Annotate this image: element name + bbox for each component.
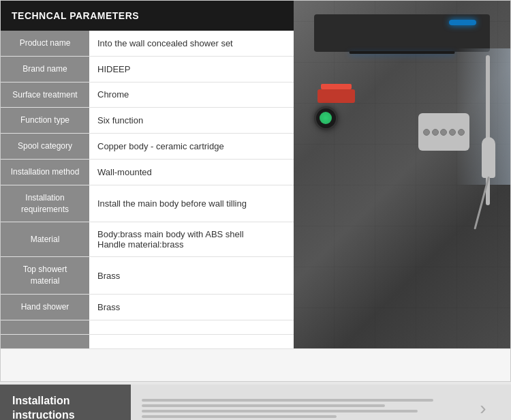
control-btn-4	[449, 129, 456, 136]
control-btn-1	[423, 129, 430, 136]
param-value: Brass	[89, 294, 294, 320]
table-row: Function typeSix function	[1, 108, 294, 134]
param-value: Body:brass main body with ABS shellHandl…	[89, 222, 294, 257]
params-table: Product nameInto the wall concealed show…	[1, 31, 294, 349]
touch-controller	[314, 106, 338, 130]
param-label	[1, 320, 89, 334]
install-content: ›	[131, 392, 511, 420]
table-row: Surface treatmentChrome	[1, 82, 294, 108]
install-lines	[142, 399, 466, 418]
table-title: TECHNCAL PARAMETERS	[12, 10, 139, 21]
param-value: Chrome	[89, 82, 294, 108]
shower-image	[294, 1, 510, 348]
param-value: Six function	[89, 108, 294, 134]
product-image-section	[294, 1, 510, 348]
param-label: Installation requirements	[1, 185, 89, 222]
param-label: Top showert material	[1, 257, 89, 295]
param-value	[89, 320, 294, 334]
table-header: TECHNCAL PARAMETERS	[1, 1, 294, 31]
control-panel	[418, 113, 469, 151]
install-line-4	[142, 415, 337, 418]
table-row: Hand showerBrass	[1, 294, 294, 320]
param-value: Into the wall concealed shower set	[89, 31, 294, 56]
install-line-1	[142, 399, 433, 402]
param-label: Function type	[1, 108, 89, 134]
table-row: Brand nameHIDEEP	[1, 56, 294, 82]
table-row: Installation methodWall-mounted	[1, 159, 294, 185]
table-row	[1, 320, 294, 334]
param-label: Installation method	[1, 159, 89, 185]
install-title-line1: Installation	[12, 394, 75, 408]
arrow-icon: ›	[480, 397, 486, 419]
install-title-line2: instructions	[12, 408, 75, 420]
param-label: Product name	[1, 31, 89, 56]
param-value: Install the main body before wall tillin…	[89, 185, 294, 222]
bottom-note	[1, 348, 510, 381]
table-row: Installation requirementsInstall the mai…	[1, 185, 294, 222]
control-btn-2	[432, 129, 439, 136]
param-value: Copper body - ceramic cartridge	[89, 134, 294, 160]
param-label	[1, 334, 89, 348]
table-row: MaterialBody:brass main body with ABS sh…	[1, 222, 294, 257]
param-value: HIDEEP	[89, 56, 294, 82]
installation-banner: Installation instructions ›	[0, 385, 511, 420]
param-value: Brass	[89, 257, 294, 295]
param-label: Surface treatment	[1, 82, 89, 108]
param-value	[89, 334, 294, 348]
shelf-accessory	[318, 89, 355, 103]
control-btn-3	[440, 129, 447, 136]
table-section: TECHNCAL PARAMETERS Product nameInto the…	[1, 1, 294, 348]
table-row: Product nameInto the wall concealed show…	[1, 31, 294, 56]
main-container: TECHNCAL PARAMETERS Product nameInto the…	[0, 0, 511, 382]
install-label-box: Installation instructions	[0, 385, 131, 420]
top-section: TECHNCAL PARAMETERS Product nameInto the…	[1, 1, 510, 348]
table-row: Top showert materialBrass	[1, 257, 294, 295]
param-label: Brand name	[1, 56, 89, 82]
led-light	[449, 20, 476, 25]
install-label-text: Installation instructions	[12, 394, 75, 420]
control-btn-5	[458, 129, 465, 136]
handheld-shower	[482, 137, 495, 178]
install-arrow[interactable]: ›	[466, 397, 500, 419]
param-label: Spool category	[1, 134, 89, 160]
table-row	[1, 334, 294, 348]
param-label: Hand shower	[1, 294, 89, 320]
table-row: Spool categoryCopper body - ceramic cart…	[1, 134, 294, 160]
install-line-2	[142, 404, 385, 407]
param-label: Material	[1, 222, 89, 257]
param-value: Wall-mounted	[89, 159, 294, 185]
install-line-3	[142, 410, 418, 412]
shower-ceiling	[314, 14, 490, 52]
